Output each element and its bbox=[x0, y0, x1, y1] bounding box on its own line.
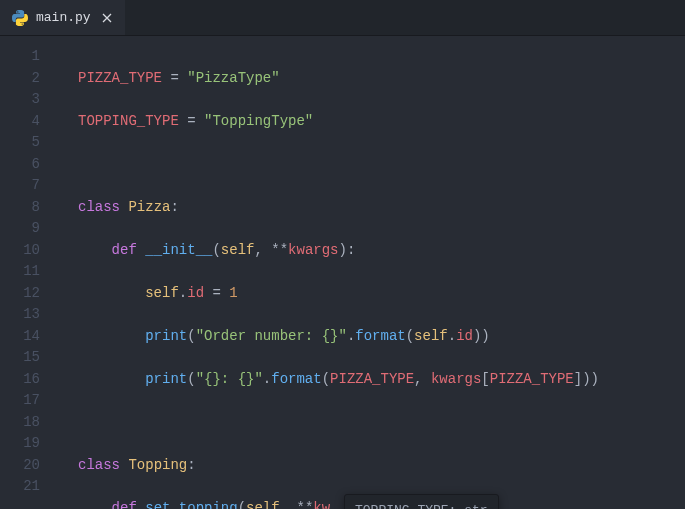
code-line: class Topping: bbox=[78, 455, 685, 477]
line-number: 19 bbox=[0, 433, 58, 455]
tab-filename: main.py bbox=[36, 10, 91, 25]
line-number: 9 bbox=[0, 218, 58, 240]
line-number-gutter: 1 2 3 4 5 6 7 8 9 10 11 12 13 14 15 16 1… bbox=[0, 36, 58, 509]
code-line: PIZZA_TYPE = "PizzaType" bbox=[78, 68, 685, 90]
line-number: 7 bbox=[0, 175, 58, 197]
line-number: 4 bbox=[0, 111, 58, 133]
line-number: 18 bbox=[0, 412, 58, 434]
line-number: 6 bbox=[0, 154, 58, 176]
tab-main-py[interactable]: main.py bbox=[0, 0, 125, 35]
line-number: 8 bbox=[0, 197, 58, 219]
line-number: 3 bbox=[0, 89, 58, 111]
line-number: 20 bbox=[0, 455, 58, 477]
line-number: 16 bbox=[0, 369, 58, 391]
line-number: 11 bbox=[0, 261, 58, 283]
line-number: 13 bbox=[0, 304, 58, 326]
line-number: 17 bbox=[0, 390, 58, 412]
code-line: print("{}: {}".format(PIZZA_TYPE, kwargs… bbox=[78, 369, 685, 391]
line-number: 12 bbox=[0, 283, 58, 305]
editor[interactable]: 1 2 3 4 5 6 7 8 9 10 11 12 13 14 15 16 1… bbox=[0, 36, 685, 509]
line-number: 5 bbox=[0, 132, 58, 154]
code-line: print("Order number: {}".format(self.id)… bbox=[78, 326, 685, 348]
python-icon bbox=[12, 10, 28, 26]
line-number: 14 bbox=[0, 326, 58, 348]
code-line bbox=[78, 154, 685, 176]
line-number: 2 bbox=[0, 68, 58, 90]
code-line: class Pizza: bbox=[78, 197, 685, 219]
line-number: 21 bbox=[0, 476, 58, 498]
close-icon[interactable] bbox=[99, 10, 115, 26]
code-area[interactable]: PIZZA_TYPE = "PizzaType" TOPPING_TYPE = … bbox=[58, 36, 685, 509]
line-number: 10 bbox=[0, 240, 58, 262]
tab-bar: main.py bbox=[0, 0, 685, 36]
code-line bbox=[78, 412, 685, 434]
line-number: 15 bbox=[0, 347, 58, 369]
code-line: def __init__(self, **kwargs): bbox=[78, 240, 685, 262]
code-line: self.id = 1 bbox=[78, 283, 685, 305]
parameter-hint-popup: TOPPING_TYPE: str bbox=[344, 494, 499, 510]
code-line: TOPPING_TYPE = "ToppingType" bbox=[78, 111, 685, 133]
line-number: 1 bbox=[0, 46, 58, 68]
code-line: def set_topping(self, **kwTOPPING_TYPE: … bbox=[78, 498, 685, 510]
